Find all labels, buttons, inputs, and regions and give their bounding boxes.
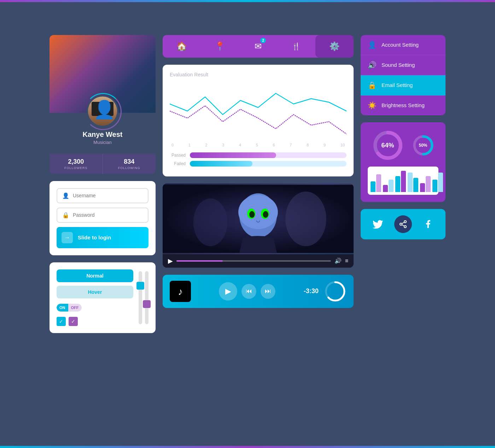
failed-row: Failed	[170, 161, 346, 167]
social-card	[361, 209, 446, 239]
bar-group-2	[383, 180, 394, 192]
bar-3-blue	[395, 176, 400, 192]
bar-1-blue	[371, 181, 375, 192]
settings-email[interactable]: 🔒 Email Setting	[361, 75, 446, 95]
username-wrap: 👤	[57, 188, 148, 203]
video-play-button[interactable]: ▶	[168, 257, 173, 265]
audio-art: ♪	[170, 281, 191, 302]
video-menu-icon[interactable]: ≡	[345, 258, 348, 264]
video-progress-fill	[176, 260, 223, 262]
nav-messages[interactable]: 2 ✉	[239, 35, 277, 58]
email-icon: 🔒	[368, 81, 376, 89]
failed-label: Failed	[170, 161, 186, 166]
svg-point-17	[404, 221, 406, 223]
volume-icon[interactable]: 🔊	[334, 257, 342, 264]
settings-sound[interactable]: 🔊 Sound Setting	[361, 55, 446, 75]
home-icon: 🏠	[176, 41, 187, 51]
audio-play-button[interactable]: ▶	[219, 282, 237, 301]
slide-login-label: Slide to login	[78, 234, 111, 240]
donut-large-label: 64%	[381, 141, 394, 149]
normal-button[interactable]: Normal	[57, 269, 133, 282]
failed-fill	[190, 161, 252, 167]
stats-card: 64% 50%	[361, 122, 446, 202]
evaluation-title: Evaluation Result	[170, 72, 346, 77]
sound-icon: 🔊	[368, 61, 376, 69]
evaluation-card: Evaluation Result 0 1 2 3 4 5 6 7 8 9	[163, 65, 354, 176]
toggle-row: ON OFF	[57, 304, 133, 312]
slide-login-button[interactable]: → Slide to login	[57, 227, 148, 248]
profile-name: Kanye West	[57, 130, 148, 139]
avatar-face	[88, 97, 117, 126]
audio-next-button[interactable]: ⏭	[261, 284, 275, 299]
svg-point-8	[263, 211, 268, 217]
slider-track-2[interactable]	[145, 271, 148, 324]
avatar	[88, 97, 117, 126]
navigation-bar: 🏠 📍 2 ✉ 🍴 ⚙️	[163, 35, 354, 58]
settings-account[interactable]: 👤 Account Setting	[361, 35, 446, 55]
sound-label: Sound Setting	[382, 62, 415, 68]
bar-group-6	[432, 173, 443, 192]
svg-point-18	[400, 223, 402, 225]
nav-location[interactable]: 📍	[201, 35, 239, 58]
message-badge: 2	[260, 38, 266, 43]
audio-time: -3:30	[304, 287, 319, 295]
donut-small: 50%	[412, 134, 435, 157]
audio-player: ♪ ▶ ⏮ ⏭ -3:30	[163, 275, 354, 308]
hover-button[interactable]: Hover	[57, 286, 133, 298]
twitter-button[interactable]	[372, 219, 384, 230]
avatar-wrapper	[87, 95, 118, 127]
followers-label: FOLLOWERS	[53, 166, 99, 170]
settings-icon: ⚙️	[329, 41, 340, 51]
svg-point-1	[285, 191, 326, 246]
audio-progress-ring	[324, 280, 346, 303]
facebook-icon	[423, 219, 434, 230]
share-icon	[399, 220, 407, 228]
donut-large: 64%	[372, 129, 404, 161]
settings-card: 👤 Account Setting 🔊 Sound Setting 🔒 Emai…	[361, 35, 446, 115]
following-label: FOLLOWING	[106, 166, 152, 170]
slider-thumb-purple[interactable]	[143, 300, 151, 308]
twitter-icon	[372, 219, 384, 230]
menu-icon: 🍴	[292, 42, 301, 51]
nav-home[interactable]: 🏠	[163, 35, 201, 58]
profile-stats: 2,300 FOLLOWERS 834 FOLLOWING	[50, 154, 156, 174]
username-input[interactable]	[73, 193, 143, 198]
arrow-icon: →	[62, 232, 73, 243]
account-icon: 👤	[368, 41, 376, 49]
facebook-button[interactable]	[423, 219, 434, 230]
audio-controls: ▶ ⏮ ⏭	[196, 282, 298, 301]
svg-point-19	[404, 226, 406, 228]
svg-line-21	[402, 222, 404, 223]
bar-group-3	[395, 171, 406, 192]
location-icon: 📍	[215, 41, 225, 51]
passed-label: Passed	[170, 153, 186, 158]
account-label: Account Setting	[382, 42, 419, 48]
profile-background	[50, 35, 156, 113]
middle-column: 🏠 📍 2 ✉ 🍴 ⚙️ Evaluation Result	[163, 35, 354, 413]
slider-thumb-blue[interactable]	[136, 282, 144, 290]
share-button[interactable]	[394, 215, 412, 233]
video-scene	[163, 184, 354, 254]
message-icon: ✉	[255, 41, 262, 51]
nav-settings[interactable]: ⚙️	[315, 35, 354, 58]
login-card: 👤 🔒 → Slide to login	[50, 181, 156, 255]
chart-area	[170, 83, 346, 139]
checkbox-purple[interactable]: ✓	[69, 317, 78, 326]
profile-card: Kanye West Musician 2,300 FOLLOWERS 834 …	[50, 35, 156, 174]
passed-row: Passed	[170, 152, 346, 158]
settings-brightness[interactable]: ☀️ Brightness Setting	[361, 95, 446, 115]
failed-track	[190, 161, 346, 167]
slider-track-1[interactable]	[139, 271, 142, 324]
checkbox-blue[interactable]: ✓	[57, 317, 66, 326]
controls-card: Normal Hover ON OFF ✓ ✓	[50, 262, 156, 333]
chart-labels: 0 1 2 3 4 5 6 7 8 9 10	[170, 143, 346, 147]
nav-menu[interactable]: 🍴	[277, 36, 315, 57]
passed-track	[190, 152, 346, 158]
svg-point-7	[249, 211, 255, 217]
password-input[interactable]	[73, 212, 143, 218]
video-progress-track[interactable]	[176, 260, 331, 262]
audio-prev-button[interactable]: ⏮	[241, 284, 256, 299]
svg-point-4	[238, 195, 278, 229]
toggle-switch[interactable]: ON OFF	[57, 304, 82, 312]
svg-line-20	[402, 225, 404, 226]
